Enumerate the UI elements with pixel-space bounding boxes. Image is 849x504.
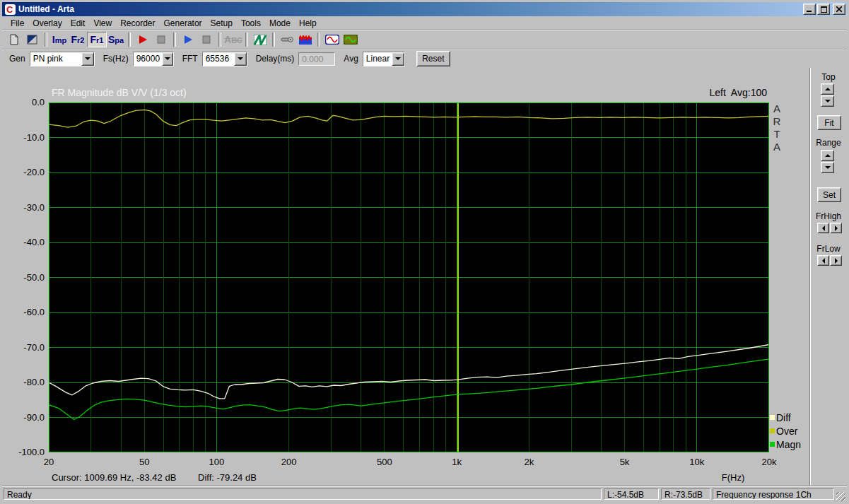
- minimize-icon: [807, 6, 812, 12]
- legend-label: Magn: [776, 439, 801, 450]
- play-button[interactable]: [179, 32, 197, 47]
- diff-readout: Diff: -79.24 dB: [198, 472, 257, 483]
- legend: DiffOverMagn: [770, 411, 801, 451]
- fr-plot[interactable]: [49, 102, 769, 452]
- menu-item-tools[interactable]: Tools: [237, 17, 265, 30]
- record-button[interactable]: [134, 32, 152, 47]
- microphone-button[interactable]: [278, 32, 296, 47]
- menu-item-view[interactable]: View: [89, 17, 116, 30]
- close-button[interactable]: [833, 4, 845, 15]
- status-message: Ready: [4, 488, 602, 500]
- menu-bar: FileOverlayEditViewRecorderGeneratorSetu…: [2, 16, 847, 30]
- right-arrow-icon: [835, 225, 838, 231]
- main-area: FR Magnitude dB V/V (1/3 oct) Left Avg:1…: [2, 68, 847, 486]
- range-down-button[interactable]: [821, 162, 834, 173]
- abc-label: ABC: [224, 34, 242, 45]
- spectrogram-button[interactable]: [251, 32, 269, 47]
- title-bar[interactable]: Untitled - Arta: [2, 2, 847, 16]
- stop-icon: [157, 35, 165, 44]
- fr1-mode-button[interactable]: Fr1: [87, 32, 107, 47]
- menu-item-help[interactable]: Help: [295, 17, 321, 30]
- chevron-down-icon[interactable]: [392, 52, 404, 66]
- generator-select[interactable]: PN pink: [30, 52, 95, 66]
- reset-button[interactable]: Reset: [416, 51, 450, 66]
- avg-label: Avg: [344, 54, 358, 64]
- frlow-right-button[interactable]: [830, 255, 842, 266]
- x-tick-label: 5k: [604, 457, 646, 467]
- range-up-button[interactable]: [821, 150, 834, 161]
- top-up-button[interactable]: [821, 83, 834, 95]
- chevron-down-icon[interactable]: [162, 52, 173, 66]
- legend-item-magn: Magn: [770, 438, 801, 451]
- status-bar: Ready L:-54.5dB R:-73.5dB Frequency resp…: [2, 486, 847, 502]
- reset-label: Reset: [422, 54, 444, 64]
- menu-item-file[interactable]: File: [6, 17, 28, 30]
- left-arrow-icon: [822, 225, 825, 231]
- y-tick-label: -90.0: [2, 413, 45, 423]
- green-sine-icon: [344, 35, 358, 45]
- right-arrow-icon: [835, 258, 838, 264]
- delay-input[interactable]: 0.000: [298, 52, 335, 66]
- record-stop-button[interactable]: [152, 32, 170, 47]
- fft-label: FFT: [182, 54, 198, 64]
- x-tick-label: 50: [123, 457, 165, 467]
- signal-waveform-button[interactable]: [296, 32, 315, 47]
- side-panel: Top Fit Range Set FrHigh FrLow: [809, 68, 847, 486]
- spa-label: Spa: [108, 34, 124, 45]
- set-button[interactable]: Set: [817, 187, 841, 202]
- overlay-button[interactable]: [23, 32, 42, 47]
- fft-size-select[interactable]: 65536: [202, 52, 247, 66]
- minimize-button[interactable]: [803, 4, 816, 15]
- frhigh-right-button[interactable]: [830, 223, 842, 233]
- menu-item-mode[interactable]: Mode: [265, 17, 295, 30]
- y-tick-label: -50.0: [2, 273, 45, 283]
- menu-item-overlay[interactable]: Overlay: [28, 17, 66, 30]
- left-arrow-icon: [822, 258, 825, 264]
- legend-swatch: [770, 428, 775, 433]
- sine-generator-button[interactable]: [323, 32, 341, 47]
- samplerate-select[interactable]: 96000: [133, 52, 174, 66]
- y-tick-label: -80.0: [2, 377, 45, 387]
- mode-indicator: Frequency response 1Ch: [713, 488, 834, 500]
- imp-mode-button[interactable]: Imp: [50, 32, 69, 47]
- menu-item-recorder[interactable]: Recorder: [116, 17, 159, 30]
- frlow-left-button[interactable]: [817, 255, 829, 266]
- sine-icon: [325, 35, 339, 45]
- fit-button[interactable]: Fit: [817, 115, 841, 130]
- fr2-mode-button[interactable]: Fr2: [69, 32, 87, 47]
- fr2-label: Fr2: [71, 34, 85, 45]
- imp-label: Imp: [52, 34, 66, 45]
- chevron-down-icon[interactable]: [81, 52, 94, 66]
- channel-avg-label: Left Avg:100: [710, 87, 767, 98]
- toolbar-separator: [245, 33, 248, 47]
- toolbar-separator: [218, 33, 221, 47]
- x-axis-label: F(Hz): [712, 472, 754, 483]
- top-label: Top: [810, 72, 847, 82]
- waveform-icon: [299, 35, 312, 45]
- resize-grip[interactable]: [836, 492, 845, 501]
- maximize-button[interactable]: [817, 4, 830, 15]
- spa-mode-button[interactable]: Spa: [107, 32, 125, 47]
- menu-item-generator[interactable]: Generator: [160, 17, 206, 30]
- cursor-readout: Cursor: 1009.69 Hz, -83.42 dB: [52, 472, 176, 483]
- top-down-button[interactable]: [821, 95, 834, 107]
- microphone-icon: [281, 35, 293, 44]
- chevron-down-icon[interactable]: [234, 52, 247, 66]
- play-stop-button[interactable]: [197, 32, 216, 47]
- avg-value: Linear: [363, 52, 392, 66]
- toolbar-separator: [173, 33, 176, 47]
- new-measurement-button[interactable]: [5, 32, 23, 47]
- plot-area: FR Magnitude dB V/V (1/3 oct) Left Avg:1…: [2, 68, 809, 486]
- x-tick-label: 20: [28, 457, 70, 467]
- frhigh-left-button[interactable]: [817, 223, 829, 233]
- range-label: Range: [810, 138, 847, 148]
- app-icon[interactable]: [5, 4, 16, 15]
- avg-select[interactable]: Linear: [363, 52, 405, 66]
- abc-button[interactable]: ABC: [224, 32, 242, 47]
- delay-label: Delay(ms): [256, 54, 295, 64]
- legend-label: Diff: [776, 412, 791, 423]
- generator-setup-button[interactable]: [341, 32, 360, 47]
- record-play-icon: [138, 35, 148, 45]
- menu-item-setup[interactable]: Setup: [206, 17, 237, 30]
- menu-item-edit[interactable]: Edit: [66, 17, 90, 30]
